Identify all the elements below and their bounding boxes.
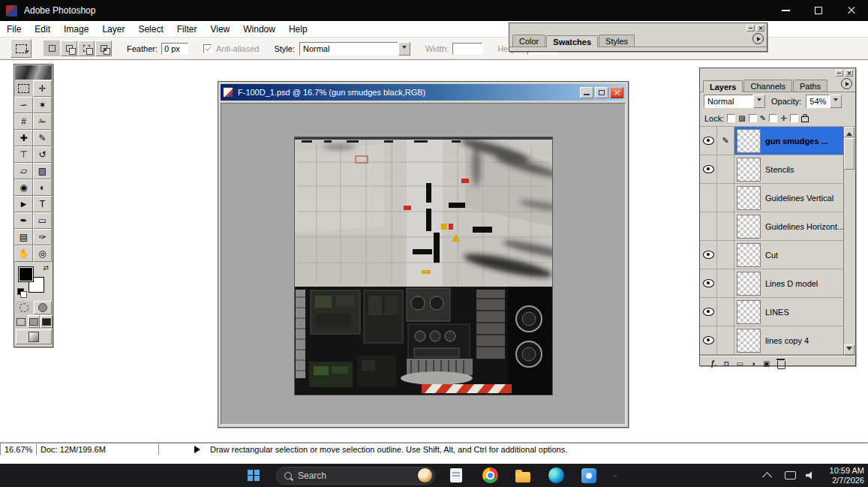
texture-image[interactable] xyxy=(294,137,553,395)
layer-link-cell[interactable]: ✎ xyxy=(717,269,734,297)
taskbar-app-explorer[interactable] xyxy=(515,464,530,487)
quick-mask-mode-button[interactable] xyxy=(34,301,52,314)
menu-file[interactable]: File xyxy=(0,24,28,35)
tab-styles[interactable]: Styles xyxy=(599,35,635,47)
layer-style-button[interactable]: ƒ. xyxy=(710,360,716,368)
layer-main[interactable]: Guidelines Vertical xyxy=(734,184,844,212)
opacity-arrow-icon[interactable] xyxy=(830,95,842,108)
crop-tool[interactable]: # xyxy=(14,113,33,130)
layer-row[interactable]: ✎ Guidelines Horizont... xyxy=(700,212,855,241)
delete-layer-button[interactable] xyxy=(777,361,785,369)
layer-visibility-toggle[interactable] xyxy=(700,127,717,155)
document-titlebar[interactable]: F-100D_1.psd @ 16.7% (gun smudges black,… xyxy=(221,84,626,101)
blur-tool[interactable]: ◉ xyxy=(14,179,33,196)
menu-edit[interactable]: Edit xyxy=(28,24,57,35)
tab-channels[interactable]: Channels xyxy=(743,80,791,92)
jump-to-imageready-button[interactable] xyxy=(16,329,52,344)
magic-wand-tool[interactable]: ✶ xyxy=(33,97,52,113)
layer-link-cell[interactable]: ✎ xyxy=(717,212,734,240)
foreground-color-swatch[interactable] xyxy=(18,266,34,282)
clone-stamp-tool[interactable]: ⊤ xyxy=(14,146,33,163)
add-to-selection-button[interactable] xyxy=(61,41,77,56)
tab-layers[interactable]: Layers xyxy=(703,80,743,92)
start-button[interactable] xyxy=(248,464,260,487)
layer-link-cell[interactable]: ✎ xyxy=(717,241,734,269)
zoom-level-field[interactable]: 16.67% xyxy=(0,443,36,455)
standard-mode-button[interactable] xyxy=(15,301,33,314)
taskbar-app-chrome[interactable] xyxy=(482,464,498,487)
layer-link-cell[interactable]: ✎ xyxy=(717,155,734,183)
rectangle-tool[interactable]: ▭ xyxy=(33,212,52,229)
layer-row[interactable]: ✎ Lines D model xyxy=(700,269,855,298)
slice-tool[interactable]: ✁ xyxy=(33,113,52,130)
document-minimize-button[interactable] xyxy=(580,87,593,98)
layer-main[interactable]: lines copy 4 xyxy=(734,326,844,354)
layer-visibility-toggle[interactable] xyxy=(700,184,717,212)
zoom-tool[interactable]: ◎ xyxy=(33,245,52,262)
menu-layer[interactable]: Layer xyxy=(95,24,131,35)
lock-all-checkbox[interactable] xyxy=(790,114,798,122)
move-tool[interactable]: ✛ xyxy=(33,80,52,97)
swap-colors-icon[interactable]: ⇄ xyxy=(43,264,49,272)
style-dropdown-arrow-icon[interactable] xyxy=(398,42,410,56)
taskbar-app-edge[interactable] xyxy=(548,464,564,487)
fullscreen-button[interactable] xyxy=(41,315,53,328)
taskbar-app-files[interactable] xyxy=(450,464,462,487)
layer-visibility-toggle[interactable] xyxy=(700,269,717,297)
new-set-button[interactable]: ▭ xyxy=(736,360,743,368)
layer-main[interactable]: Cut xyxy=(734,241,844,269)
lasso-tool[interactable]: ∽ xyxy=(14,97,33,113)
adjustment-layer-button[interactable]: ◑ xyxy=(751,360,755,368)
hand-tool[interactable]: ✋ xyxy=(14,245,33,262)
tray-display-button[interactable] xyxy=(785,464,796,487)
brush-tool[interactable]: ✎ xyxy=(33,130,52,146)
layer-visibility-toggle[interactable] xyxy=(700,298,717,326)
opacity-dropdown[interactable]: 54% xyxy=(806,95,842,108)
document-maximize-button[interactable] xyxy=(595,87,608,98)
palette-close-button[interactable] xyxy=(756,25,764,32)
layer-row[interactable]: ✎ Guidelines Vertical xyxy=(700,184,855,212)
scroll-up-button[interactable] xyxy=(844,127,854,137)
layer-row[interactable]: ✎ LINES xyxy=(700,298,855,326)
layer-link-cell[interactable]: ✎ xyxy=(717,298,734,326)
layer-main[interactable]: Guidelines Horizont... xyxy=(734,212,844,240)
add-mask-button[interactable]: ◘ xyxy=(724,360,728,368)
default-colors-icon[interactable] xyxy=(17,288,26,297)
blend-mode-arrow-icon[interactable] xyxy=(753,95,765,108)
tool-preset-button[interactable] xyxy=(11,39,32,58)
palette-menu-button[interactable] xyxy=(752,33,764,44)
layer-main[interactable]: LINES xyxy=(734,298,844,326)
layer-link-cell[interactable]: ✎ xyxy=(717,326,734,354)
taskbar-clock[interactable]: 10:59 AM 2/7/2026 xyxy=(822,464,864,487)
lock-transparency-checkbox[interactable] xyxy=(727,114,735,122)
taskbar-app-photos[interactable] xyxy=(581,464,596,487)
window-maximize-button[interactable] xyxy=(802,0,835,21)
blend-mode-dropdown[interactable]: Normal xyxy=(704,95,765,108)
eraser-tool[interactable]: ▱ xyxy=(14,163,33,179)
gradient-tool[interactable]: ▨ xyxy=(33,163,52,179)
menu-window[interactable]: Window xyxy=(236,24,282,35)
path-selection-tool[interactable]: ► xyxy=(14,196,33,212)
layers-palette-menu-button[interactable] xyxy=(841,78,852,89)
layers-palette-minimize-button[interactable] xyxy=(835,70,843,77)
scroll-down-button[interactable] xyxy=(844,344,854,355)
tab-color[interactable]: Color xyxy=(512,35,545,47)
tab-swatches[interactable]: Swatches xyxy=(546,35,598,47)
taskbar-search[interactable]: Search xyxy=(276,464,435,487)
lock-position-checkbox[interactable] xyxy=(769,114,777,122)
menu-help[interactable]: Help xyxy=(282,24,314,35)
antialiased-checkbox[interactable] xyxy=(203,44,212,53)
eyedropper-tool[interactable]: ✑ xyxy=(33,229,52,245)
layer-visibility-toggle[interactable] xyxy=(700,241,717,269)
layers-palette-close-button[interactable] xyxy=(845,70,853,77)
layer-main[interactable]: Lines D model xyxy=(734,269,844,297)
menu-filter[interactable]: Filter xyxy=(170,24,204,35)
pen-tool[interactable]: ✒ xyxy=(14,212,33,229)
rectangular-marquee-tool[interactable] xyxy=(14,80,33,97)
layer-row[interactable]: ✎ Stencils xyxy=(700,155,855,184)
palette-minimize-button[interactable] xyxy=(746,25,755,32)
search-highlight-avatar[interactable] xyxy=(418,468,432,482)
menu-select[interactable]: Select xyxy=(131,24,170,35)
history-brush-tool[interactable]: ↺ xyxy=(33,146,52,163)
layers-scrollbar[interactable] xyxy=(843,127,855,355)
